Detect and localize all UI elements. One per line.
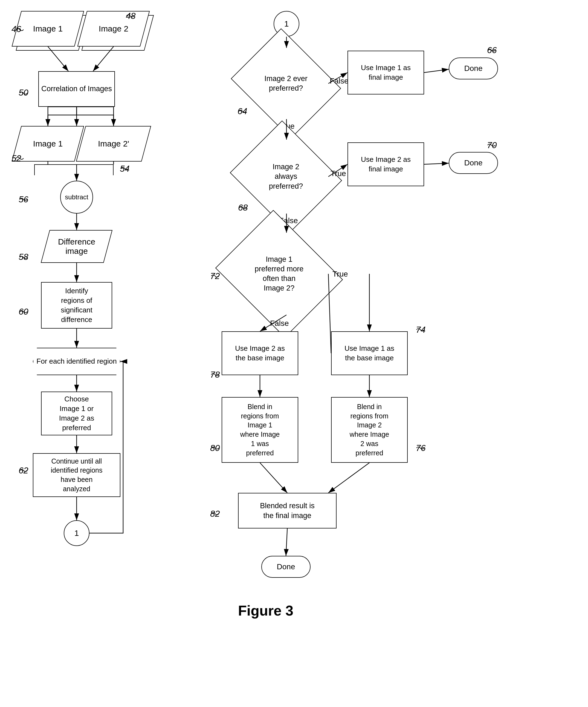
ref-56: 56 bbox=[19, 194, 29, 205]
diamond-ever-wrap: Image 2 ever preferred? bbox=[244, 48, 328, 119]
image2-mid-label: Image 2' bbox=[81, 127, 146, 161]
blend-img2-label: Blend in regions from Image 2 where Imag… bbox=[350, 402, 389, 458]
true2-label: True bbox=[331, 169, 346, 178]
ref-48: 48 bbox=[126, 11, 136, 21]
svg-line-25 bbox=[424, 163, 449, 164]
blend-img1-shape: Blend in regions from Image 1 where Imag… bbox=[222, 397, 298, 463]
correlation-shape: Correlation of Images bbox=[38, 71, 115, 107]
ref-66: 66 bbox=[487, 45, 497, 55]
figure-label: Figure 3 bbox=[238, 602, 293, 619]
continue-shape: Continue until all identified regions ha… bbox=[33, 453, 120, 497]
svg-line-34 bbox=[286, 529, 287, 556]
subtract-shape: subtract bbox=[60, 181, 93, 213]
use-img2-final-shape: Use Image 2 as final image bbox=[347, 142, 424, 186]
image1-mid-label: Image 1 bbox=[17, 127, 79, 161]
blended-final-shape: Blended result is the final image bbox=[238, 493, 336, 529]
ref-52: 52 bbox=[11, 153, 21, 164]
svg-line-2 bbox=[93, 46, 114, 71]
diamond-more-label: Image 1 preferred more often than Image … bbox=[230, 233, 328, 315]
ref-54: 54 bbox=[120, 164, 130, 174]
ref-60: 60 bbox=[19, 307, 29, 317]
ref-74: 74 bbox=[416, 325, 426, 335]
blended-final-label: Blended result is the final image bbox=[260, 501, 315, 521]
svg-line-33 bbox=[328, 463, 369, 493]
foreach-label: For each identified region bbox=[36, 357, 117, 366]
identify-label: Identify regions of significant differen… bbox=[61, 286, 93, 325]
false3-label: False bbox=[270, 319, 289, 328]
ref-68: 68 bbox=[238, 203, 248, 213]
correlation-label: Correlation of Images bbox=[41, 84, 112, 94]
ref-70: 70 bbox=[487, 140, 497, 150]
image2-top-shape: Image 2 bbox=[77, 11, 150, 46]
use-img2-base-label: Use Image 2 as the base image bbox=[235, 344, 285, 363]
continue-label: Continue until all identified regions ha… bbox=[50, 457, 102, 494]
foreach-shape: For each identified region bbox=[33, 348, 120, 375]
diamond-always-wrap: Image 2 always preferred? bbox=[244, 140, 328, 213]
use-img2-final-label: Use Image 2 as final image bbox=[361, 155, 411, 174]
choose-shape: Choose Image 1 or Image 2 as preferred bbox=[41, 392, 112, 435]
done1-label: Done bbox=[464, 64, 483, 73]
use-img2-base-shape: Use Image 2 as the base image bbox=[222, 331, 298, 375]
diamond-more-wrap: Image 1 preferred more often than Image … bbox=[230, 233, 328, 315]
ref-62: 62 bbox=[19, 466, 29, 476]
blend-img1-label: Blend in regions from Image 1 where Imag… bbox=[240, 402, 280, 458]
ref-80: 80 bbox=[210, 443, 220, 453]
true3-label: True bbox=[332, 270, 348, 278]
svg-line-22 bbox=[424, 69, 449, 73]
image1-top-shape: Image 1 bbox=[12, 11, 84, 46]
difference-label: Difference image bbox=[46, 231, 108, 262]
ref-50: 50 bbox=[19, 88, 29, 98]
ref-72: 72 bbox=[210, 271, 220, 281]
choose-label: Choose Image 1 or Image 2 as preferred bbox=[59, 394, 95, 433]
connector1-bottom: 1 bbox=[64, 520, 89, 546]
difference-shape: Difference image bbox=[41, 230, 112, 263]
identify-shape: Identify regions of significant differen… bbox=[41, 282, 112, 329]
use-img1-base-shape: Use Image 1 as the base image bbox=[331, 331, 408, 375]
done2-shape: Done bbox=[449, 152, 498, 174]
done2-label: Done bbox=[464, 159, 483, 167]
done3-label: Done bbox=[277, 563, 295, 571]
ref-46: 46 bbox=[11, 24, 21, 34]
ref-58: 58 bbox=[19, 252, 29, 262]
ref-76: 76 bbox=[416, 443, 426, 453]
diamond-ever-label: Image 2 ever preferred? bbox=[244, 48, 328, 119]
svg-line-32 bbox=[260, 463, 287, 493]
svg-line-1 bbox=[48, 46, 68, 71]
false1-label: False bbox=[330, 77, 348, 86]
image1-top-label: Image 1 bbox=[17, 11, 79, 46]
ref-78: 78 bbox=[210, 370, 220, 380]
subtract-label: subtract bbox=[65, 193, 88, 201]
use-img1-base-label: Use Image 1 as the base image bbox=[344, 344, 394, 363]
join-rect bbox=[34, 164, 114, 175]
blend-img2-shape: Blend in regions from Image 2 where Imag… bbox=[331, 397, 408, 463]
image1-mid-shape: Image 1 bbox=[12, 126, 84, 162]
diamond-always-label: Image 2 always preferred? bbox=[244, 140, 328, 213]
ref-64: 64 bbox=[237, 106, 247, 116]
done3-shape: Done bbox=[261, 556, 310, 578]
use-img1-final-label: Use Image 1 as final image bbox=[361, 63, 411, 82]
image2-mid-shape: Image 2' bbox=[76, 126, 151, 162]
done1-shape: Done bbox=[449, 58, 498, 79]
ref-82: 82 bbox=[210, 509, 220, 519]
use-img1-final-shape: Use Image 1 as final image bbox=[347, 50, 424, 95]
